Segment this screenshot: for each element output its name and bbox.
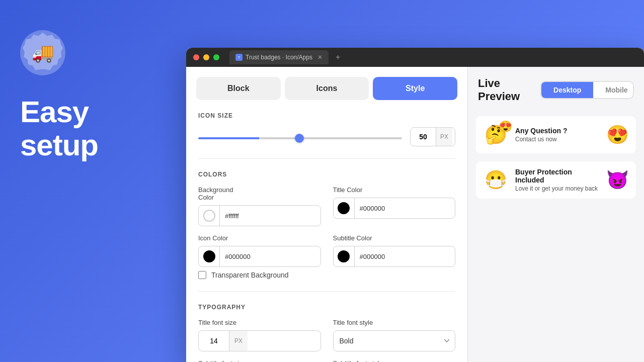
truck-icon: 🚚 <box>32 42 54 63</box>
subtitle-color-hex-input[interactable]: #000000 <box>355 253 455 260</box>
live-preview-title: Live Preview <box>478 77 540 103</box>
background-color-input-row: #ffffff <box>198 205 321 226</box>
subtitle-font-size-label: Subtitle font size <box>198 359 321 362</box>
typography-section: TYPOGRAPHY Title font size 14 PX <box>198 304 455 362</box>
title-color-input-row: #000000 <box>333 198 456 219</box>
typography-grid: Title font size 14 PX Title font style B… <box>198 319 455 362</box>
badge-emoji-2: 😷 <box>483 167 508 193</box>
tabs-row: Block Icons Style <box>186 67 467 100</box>
title-font-size-label: Title font size <box>198 319 321 326</box>
colors-grid: Background Color #ffffff <box>198 186 455 267</box>
background-swatch-circle <box>203 210 215 222</box>
subtitle-font-style-label: Subtitle font style <box>333 359 456 362</box>
brand-badge: 🚚 <box>20 30 65 75</box>
browser-titlebar: T Trust badges · Icon/Apps ✕ + <box>186 48 644 67</box>
desktop-device-button[interactable]: Desktop <box>541 82 593 98</box>
browser-tab[interactable]: T Trust badges · Icon/Apps ✕ <box>229 50 329 64</box>
main-emoji-2: 😷 <box>485 169 507 191</box>
icon-size-px-input: 50 PX <box>410 127 455 146</box>
title-font-style-select[interactable]: Bold Regular Italic Bold Italic <box>333 330 456 351</box>
tab-icons[interactable]: Icons <box>285 77 369 100</box>
title-font-size-group: Title font size 14 PX <box>198 319 321 351</box>
icon-size-value-input[interactable]: 50 <box>411 133 436 141</box>
icon-size-unit-label: PX <box>436 128 452 146</box>
left-sidebar: 🚚 Easy setup <box>0 0 186 362</box>
badge-subtitle-1: Contact us now <box>515 136 599 143</box>
title-color-label: Title Color <box>333 186 456 194</box>
tab-style[interactable]: Style <box>373 77 457 100</box>
transparent-bg-label: Transparent Background <box>211 271 289 279</box>
title-font-size-unit: PX <box>229 331 248 351</box>
icon-size-slider[interactable] <box>198 137 402 139</box>
badge-text-block-1: Any Question ? Contact us now <box>515 127 599 143</box>
icon-size-label: ICON SIZE <box>198 112 455 119</box>
transparent-bg-checkbox[interactable] <box>198 271 206 279</box>
new-tab-button[interactable]: + <box>336 53 340 62</box>
title-color-group: Title Color #000000 <box>333 186 456 226</box>
icon-color-swatch[interactable] <box>199 246 220 267</box>
title-font-style-label: Title font style <box>333 319 456 326</box>
hero-line2: setup <box>20 129 98 162</box>
icon-size-section: ICON SIZE 50 PX <box>198 112 455 146</box>
right-emoji-1: 😍 <box>606 124 629 145</box>
subtitle-color-swatch[interactable] <box>334 246 355 267</box>
badge-title-2: Buyer Protection Included <box>515 168 599 184</box>
subtitle-font-style-group: Subtitle font style Regular Bold Italic … <box>333 359 456 362</box>
title-font-size-input-row: 14 PX <box>198 330 321 351</box>
browser-window: T Trust badges · Icon/Apps ✕ + Block Ico… <box>186 48 644 362</box>
subtitle-font-size-group: Subtitle font size 12 PX <box>198 359 321 362</box>
traffic-light-red[interactable] <box>193 54 199 60</box>
title-color-hex-input[interactable]: #000000 <box>355 205 455 212</box>
tab-block[interactable]: Block <box>196 77 281 100</box>
preview-badge-item-1: 🤔 😍 Any Question ? Contact us now 😍 <box>476 116 636 153</box>
icon-color-hex-input[interactable]: #000000 <box>220 253 320 260</box>
main-panel: Block Icons Style ICON SIZE 50 PX <box>186 67 468 362</box>
transparent-bg-row: Transparent Background <box>198 271 455 279</box>
badge-subtitle-2: Love it or get your money back <box>515 185 599 192</box>
tab-close-button[interactable]: ✕ <box>317 54 323 61</box>
extra-emoji-1: 😍 <box>499 120 512 133</box>
mobile-device-button[interactable]: Mobile <box>593 82 634 98</box>
subtitle-color-input-row: #000000 <box>333 246 456 267</box>
background-color-hex-input[interactable]: #ffffff <box>220 212 320 220</box>
title-font-size-input[interactable]: 14 <box>199 337 229 345</box>
title-swatch-circle <box>338 202 350 214</box>
colors-section-label: COLORS <box>198 171 455 178</box>
subtitle-color-group: Subtitle Color #000000 <box>333 234 456 267</box>
background-color-swatch[interactable] <box>199 205 220 226</box>
badge-emoji-1: 🤔 😍 <box>483 122 508 147</box>
title-font-style-group: Title font style Bold Regular Italic Bol… <box>333 319 456 351</box>
preview-device-tabs: Desktop Mobile <box>540 81 634 99</box>
traffic-light-green[interactable] <box>213 54 219 60</box>
badge-title-1: Any Question ? <box>515 127 599 135</box>
subtitle-swatch-circle <box>338 250 350 262</box>
icon-swatch-circle <box>203 250 215 262</box>
hero-text: Easy setup <box>20 96 98 162</box>
hero-line1: Easy <box>20 96 98 129</box>
panel-body: ICON SIZE 50 PX COLORS <box>186 100 467 362</box>
colors-section: COLORS Background Color <box>198 171 455 279</box>
preview-items: 🤔 😍 Any Question ? Contact us now 😍 😷 <box>468 111 644 204</box>
background-color-group: Background Color #ffffff <box>198 186 321 226</box>
divider-1 <box>198 158 455 159</box>
background-color-label: Background Color <box>198 186 321 201</box>
preview-header: Live Preview Desktop Mobile <box>468 67 644 111</box>
typography-section-label: TYPOGRAPHY <box>198 304 455 311</box>
icon-color-group: Icon Color #000000 <box>198 234 321 267</box>
icon-color-label: Icon Color <box>198 234 321 242</box>
title-color-swatch[interactable] <box>334 198 355 219</box>
tab-favicon: T <box>235 54 243 61</box>
tab-label: Trust badges · Icon/Apps <box>246 54 312 61</box>
slider-wrapper <box>198 132 402 141</box>
right-emoji-2: 😈 <box>606 169 629 191</box>
browser-content: Block Icons Style ICON SIZE 50 PX <box>186 67 644 362</box>
badge-shape: 🚚 <box>23 33 63 73</box>
preview-panel: Live Preview Desktop Mobile 🤔 😍 Any Ques… <box>468 67 644 362</box>
icon-color-input-row: #000000 <box>198 246 321 267</box>
preview-badge-item-2: 😷 Buyer Protection Included Love it or g… <box>476 161 636 199</box>
traffic-light-yellow[interactable] <box>203 54 209 60</box>
subtitle-color-label: Subtitle Color <box>333 234 456 242</box>
badge-text-block-2: Buyer Protection Included Love it or get… <box>515 168 599 192</box>
divider-2 <box>198 291 455 292</box>
icon-size-row: 50 PX <box>198 127 455 146</box>
